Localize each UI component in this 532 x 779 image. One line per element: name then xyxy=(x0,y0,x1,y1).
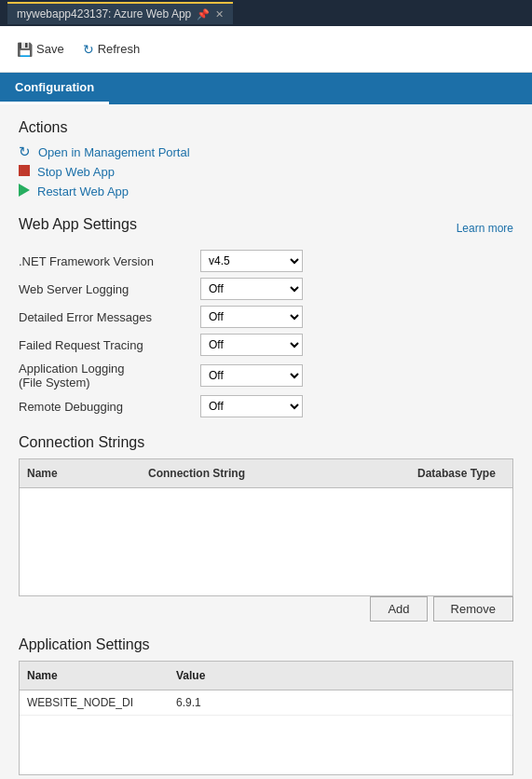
select-dotnet[interactable]: v4.5v3.5v2.0 xyxy=(200,250,303,272)
actions-title: Actions xyxy=(19,119,513,136)
app-settings-table: Name Value WEBSITE_NODE_DI 6.9.1 xyxy=(19,661,513,775)
action-stop-label: Stop Web App xyxy=(37,165,115,179)
connection-strings-title: Connection Strings xyxy=(19,434,513,451)
save-label: Save xyxy=(36,42,64,56)
tab-label: Configuration xyxy=(15,80,94,94)
app-settings-section: Application Settings Name Value WEBSITE_… xyxy=(19,636,513,779)
settings-row-failed: Failed Request Tracing OffOn xyxy=(19,334,513,356)
play-green-icon xyxy=(19,184,30,199)
tab-configuration[interactable]: Configuration xyxy=(0,73,109,104)
conn-add-button[interactable]: Add xyxy=(370,596,427,622)
app-col-name-header: Name xyxy=(20,665,169,686)
label-dotnet: .NET Framework Version xyxy=(19,254,200,268)
toolbar: 💾 Save ↻ Refresh xyxy=(0,26,532,73)
conn-remove-button[interactable]: Remove xyxy=(433,596,513,622)
title-bar: mywebapp423137: Azure Web App 📌 ✕ xyxy=(0,0,532,26)
connection-strings-section: Connection Strings Name Connection Strin… xyxy=(19,434,513,622)
col-dbtype-header: Database Type xyxy=(410,463,512,484)
app-table-body: WEBSITE_NODE_DI 6.9.1 xyxy=(20,690,512,774)
stop-red-icon xyxy=(19,165,30,179)
settings-row-remote: Remote Debugging OffOn xyxy=(19,395,513,417)
title-tab[interactable]: mywebapp423137: Azure Web App 📌 ✕ xyxy=(7,2,233,24)
select-remote[interactable]: OffOn xyxy=(200,395,303,417)
settings-row-applog: Application Logging(File System) OffOn xyxy=(19,362,513,390)
close-icon[interactable]: ✕ xyxy=(215,8,224,20)
web-app-settings-title: Web App Settings xyxy=(19,216,137,233)
select-failed[interactable]: OffOn xyxy=(200,334,303,356)
select-detailed[interactable]: OffOn xyxy=(200,306,303,328)
select-webserver[interactable]: OffOn xyxy=(200,278,303,300)
action-restart-label: Restart Web App xyxy=(37,184,129,198)
app-table-header: Name Value xyxy=(20,662,512,690)
learn-more-link[interactable]: Learn more xyxy=(457,222,513,235)
select-applog[interactable]: OffOn xyxy=(200,364,303,387)
action-portal-label: Open in Management Portal xyxy=(38,145,190,159)
web-app-settings-section: Web App Settings Learn more .NET Framewo… xyxy=(19,216,513,417)
action-restart-webapp[interactable]: Restart Web App xyxy=(19,184,513,199)
app-row-0[interactable]: WEBSITE_NODE_DI 6.9.1 xyxy=(20,690,512,716)
tab-title: mywebapp423137: Azure Web App xyxy=(17,7,191,20)
pin-icon: 📌 xyxy=(197,8,210,20)
col-conn-header: Connection String xyxy=(141,463,410,484)
save-button[interactable]: 💾 Save xyxy=(9,38,72,61)
app-cell-name-0: WEBSITE_NODE_DI xyxy=(20,693,169,712)
settings-row-detailed: Detailed Error Messages OffOn xyxy=(19,306,513,328)
label-applog: Application Logging(File System) xyxy=(19,362,200,390)
refresh-label: Refresh xyxy=(98,42,141,56)
connection-strings-table: Name Connection String Database Type xyxy=(19,458,513,596)
refresh-icon: ↻ xyxy=(83,42,94,57)
label-webserver: Web Server Logging xyxy=(19,282,200,296)
main-content: Actions ↻ Open in Management Portal Stop… xyxy=(0,104,532,779)
refresh-blue-icon: ↻ xyxy=(19,144,31,160)
settings-row-webserver: Web Server Logging OffOn xyxy=(19,278,513,300)
action-open-portal[interactable]: ↻ Open in Management Portal xyxy=(19,144,513,160)
label-remote: Remote Debugging xyxy=(19,400,200,414)
conn-table-body xyxy=(20,488,512,595)
conn-btn-row: Add Remove xyxy=(19,596,513,622)
label-failed: Failed Request Tracing xyxy=(19,338,200,352)
refresh-button[interactable]: ↻ Refresh xyxy=(75,38,148,61)
actions-section: Actions ↻ Open in Management Portal Stop… xyxy=(19,119,513,199)
save-icon: 💾 xyxy=(17,42,33,57)
action-stop-webapp[interactable]: Stop Web App xyxy=(19,165,513,179)
app-settings-title: Application Settings xyxy=(19,636,513,653)
tab-bar: Configuration xyxy=(0,73,532,104)
label-detailed: Detailed Error Messages xyxy=(19,310,200,324)
settings-row-dotnet: .NET Framework Version v4.5v3.5v2.0 xyxy=(19,250,513,272)
app-cell-value-0: 6.9.1 xyxy=(169,693,512,712)
conn-table-header: Name Connection String Database Type xyxy=(20,459,512,488)
col-name-header: Name xyxy=(20,463,141,484)
app-col-value-header: Value xyxy=(169,665,512,686)
